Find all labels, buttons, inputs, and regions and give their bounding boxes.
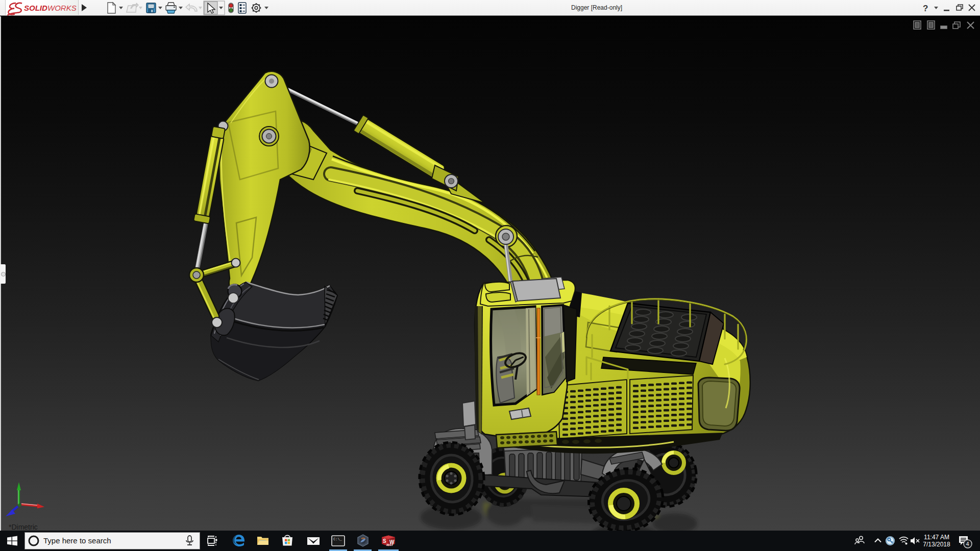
svg-text:2017: 2017 (386, 543, 394, 546)
svg-text:WORKS: WORKS (47, 4, 77, 12)
svg-text:*Dimetric: *Dimetric (9, 523, 38, 531)
svg-text:4: 4 (966, 541, 969, 547)
svg-text:C:\_: C:\_ (333, 537, 342, 541)
svg-text:S: S (383, 538, 386, 544)
svg-text:SOLID: SOLID (24, 4, 47, 12)
svg-text:?: ? (923, 4, 928, 13)
